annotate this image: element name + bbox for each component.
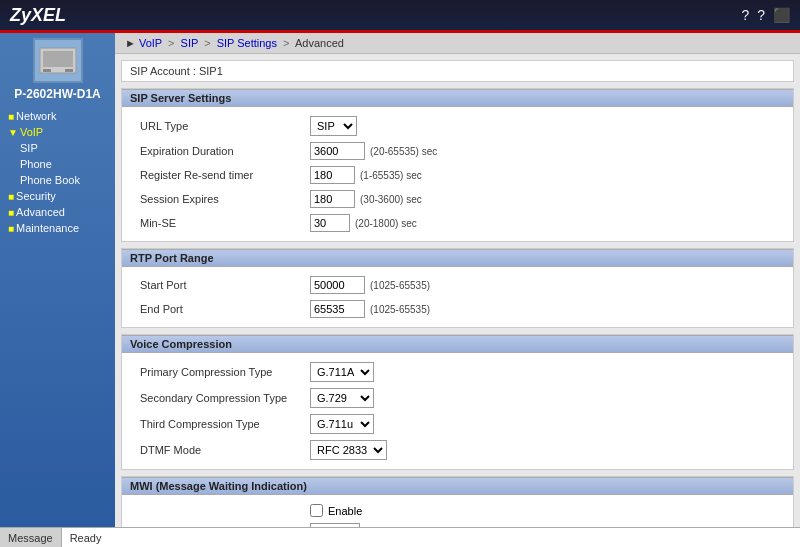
breadcrumb-arrow: ► bbox=[125, 37, 136, 49]
main-layout: P-2602HW-D1A ■ Network ▼ VoIP SIP Phone … bbox=[0, 33, 800, 547]
message-value: Ready bbox=[115, 528, 800, 547]
sidebar-phone-label: Phone bbox=[20, 158, 52, 170]
secondary-compression-value: G.711AG.729G.726 bbox=[310, 388, 374, 408]
dtmf-mode-value: RFC 2833INFOInband bbox=[310, 440, 387, 460]
account-value: SIP1 bbox=[199, 65, 223, 77]
secondary-compression-label: Secondary Compression Type bbox=[140, 392, 310, 404]
expiration-row: Expiration Duration (20-65535) sec bbox=[130, 139, 785, 163]
end-port-input[interactable] bbox=[310, 300, 365, 318]
info-icon[interactable]: ? bbox=[757, 7, 765, 23]
third-compression-row: Third Compression Type G.711AG.711uG.726… bbox=[130, 411, 785, 437]
end-port-hint: (1025-65535) bbox=[370, 304, 430, 315]
header: ZyXEL ? ? ⬛ bbox=[0, 0, 800, 30]
resend-input[interactable] bbox=[310, 166, 355, 184]
message-bar: Message Ready bbox=[115, 527, 800, 547]
primary-compression-row: Primary Compression Type G.711AG.711UG.7… bbox=[130, 359, 785, 385]
sidebar-item-sip[interactable]: SIP bbox=[4, 140, 111, 156]
sip-server-title: SIP Server Settings bbox=[122, 89, 793, 107]
session-expires-input[interactable] bbox=[310, 190, 355, 208]
url-type-label: URL Type bbox=[140, 120, 310, 132]
third-compression-value: G.711AG.711uG.726G.729 bbox=[310, 414, 374, 434]
sidebar-network-label: Network bbox=[16, 110, 56, 122]
breadcrumb-sip-settings[interactable]: SIP Settings bbox=[217, 37, 277, 49]
mwi-enable-value: Enable bbox=[310, 504, 362, 517]
session-expires-hint: (30-3600) sec bbox=[360, 194, 422, 205]
mwi-title: MWI (Message Waiting Indication) bbox=[122, 477, 793, 495]
sidebar-item-phonebook[interactable]: Phone Book bbox=[4, 172, 111, 188]
sidebar-advanced-label: Advanced bbox=[16, 206, 65, 218]
url-type-row: URL Type SIP TEL bbox=[130, 113, 785, 139]
primary-compression-select[interactable]: G.711AG.711UG.726G.729 bbox=[310, 362, 374, 382]
advanced-expand-icon: ■ bbox=[8, 207, 14, 218]
start-port-value: (1025-65535) bbox=[310, 276, 430, 294]
header-icons: ? ? ⬛ bbox=[741, 7, 790, 23]
help-icon[interactable]: ? bbox=[741, 7, 749, 23]
expiration-input[interactable] bbox=[310, 142, 365, 160]
breadcrumb-voip[interactable]: VoIP bbox=[139, 37, 162, 49]
breadcrumb-sip[interactable]: SIP bbox=[181, 37, 199, 49]
security-expand-icon: ■ bbox=[8, 191, 14, 202]
minse-row: Min-SE (20-1800) sec bbox=[130, 211, 785, 235]
logout-icon[interactable]: ⬛ bbox=[773, 7, 790, 23]
mwi-enable-checkbox[interactable] bbox=[310, 504, 323, 517]
start-port-row: Start Port (1025-65535) bbox=[130, 273, 785, 297]
resend-label: Register Re-send timer bbox=[140, 169, 310, 181]
session-expires-value: (30-3600) sec bbox=[310, 190, 422, 208]
sidebar-security-label: Security bbox=[16, 190, 56, 202]
sidebar-nav: ■ Network ▼ VoIP SIP Phone Phone Book ■ … bbox=[0, 106, 115, 238]
dtmf-mode-select[interactable]: RFC 2833INFOInband bbox=[310, 440, 387, 460]
resend-hint: (1-65535) sec bbox=[360, 170, 422, 181]
expiration-label: Expiration Duration bbox=[140, 145, 310, 157]
resend-row: Register Re-send timer (1-65535) sec bbox=[130, 163, 785, 187]
expiration-value: (20-65535) sec bbox=[310, 142, 437, 160]
svg-rect-1 bbox=[43, 51, 73, 67]
rtp-port-panel: RTP Port Range Start Port (1025-65535) E… bbox=[121, 248, 794, 328]
primary-compression-value: G.711AG.711UG.726G.729 bbox=[310, 362, 374, 382]
logo-text: ZyXEL bbox=[10, 5, 66, 25]
voice-compression-body: Primary Compression Type G.711AG.711UG.7… bbox=[122, 353, 793, 469]
device-name: P-2602HW-D1A bbox=[14, 87, 100, 101]
primary-compression-label: Primary Compression Type bbox=[140, 366, 310, 378]
sip-server-panel: SIP Server Settings URL Type SIP TEL Exp… bbox=[121, 88, 794, 242]
sidebar-maintenance-label: Maintenance bbox=[16, 222, 79, 234]
sidebar-item-voip[interactable]: ▼ VoIP bbox=[4, 124, 111, 140]
voice-compression-panel: Voice Compression Primary Compression Ty… bbox=[121, 334, 794, 470]
content-inner: SIP Account : SIP1 SIP Server Settings U… bbox=[115, 60, 800, 547]
mwi-enable-text: Enable bbox=[328, 505, 362, 517]
sidebar-item-network[interactable]: ■ Network bbox=[4, 108, 111, 124]
dtmf-mode-row: DTMF Mode RFC 2833INFOInband bbox=[130, 437, 785, 463]
third-compression-label: Third Compression Type bbox=[140, 418, 310, 430]
end-port-value: (1025-65535) bbox=[310, 300, 430, 318]
expiration-hint: (20-65535) sec bbox=[370, 146, 437, 157]
secondary-compression-select[interactable]: G.711AG.729G.726 bbox=[310, 388, 374, 408]
voice-compression-title: Voice Compression bbox=[122, 335, 793, 353]
minse-hint: (20-1800) sec bbox=[355, 218, 417, 229]
sidebar-item-phone[interactable]: Phone bbox=[4, 156, 111, 172]
mwi-enable-row: Enable bbox=[130, 501, 785, 520]
dtmf-mode-label: DTMF Mode bbox=[140, 444, 310, 456]
sidebar-sip-label: SIP bbox=[20, 142, 38, 154]
sidebar-item-maintenance[interactable]: ■ Maintenance bbox=[4, 220, 111, 236]
account-box: SIP Account : SIP1 bbox=[121, 60, 794, 82]
maintenance-expand-icon: ■ bbox=[8, 223, 14, 234]
end-port-row: End Port (1025-65535) bbox=[130, 297, 785, 321]
rtp-port-title: RTP Port Range bbox=[122, 249, 793, 267]
device-image bbox=[33, 38, 83, 83]
sidebar-item-advanced[interactable]: ■ Advanced bbox=[4, 204, 111, 220]
minse-input[interactable] bbox=[310, 214, 350, 232]
secondary-compression-row: Secondary Compression Type G.711AG.729G.… bbox=[130, 385, 785, 411]
sidebar-item-security[interactable]: ■ Security bbox=[4, 188, 111, 204]
start-port-input[interactable] bbox=[310, 276, 365, 294]
url-type-value: SIP TEL bbox=[310, 116, 357, 136]
third-compression-select[interactable]: G.711AG.711uG.726G.729 bbox=[310, 414, 374, 434]
session-expires-label: Session Expires bbox=[140, 193, 310, 205]
sidebar: P-2602HW-D1A ■ Network ▼ VoIP SIP Phone … bbox=[0, 33, 115, 547]
url-type-select[interactable]: SIP TEL bbox=[310, 116, 357, 136]
svg-rect-2 bbox=[43, 69, 51, 72]
voip-expand-icon: ▼ bbox=[8, 127, 18, 138]
sip-server-body: URL Type SIP TEL Expiration Duration bbox=[122, 107, 793, 241]
breadcrumb: ► VoIP > SIP > SIP Settings > Advanced bbox=[115, 33, 800, 54]
status-area: P-2602HW-D1A bbox=[0, 33, 115, 106]
content-area: ► VoIP > SIP > SIP Settings > Advanced S… bbox=[115, 33, 800, 547]
resend-value: (1-65535) sec bbox=[310, 166, 422, 184]
